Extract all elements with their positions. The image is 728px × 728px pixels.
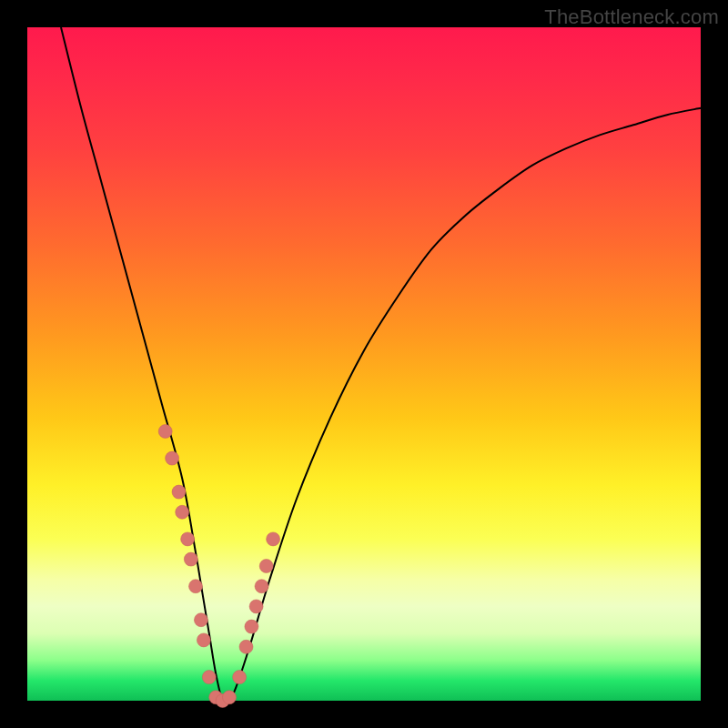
highlight-dot [194, 613, 207, 627]
highlight-dot [181, 532, 195, 546]
highlight-dot [245, 620, 258, 633]
highlight-dot [202, 671, 216, 684]
highlight-dot [259, 560, 273, 573]
highlight-dot [223, 691, 237, 704]
highlight-dot [249, 600, 263, 613]
highlight-dot [233, 671, 247, 684]
highlight-dot [172, 485, 186, 499]
highlight-dot [158, 425, 172, 439]
plot-area [27, 27, 701, 701]
chart-frame: TheBottleneck.com [0, 0, 728, 728]
highlight-dot [197, 633, 210, 647]
highlight-dot [189, 580, 203, 593]
highlight-dot [255, 580, 268, 593]
highlight-dot [166, 451, 179, 465]
highlight-dot [176, 505, 189, 519]
highlight-dot [239, 640, 253, 653]
highlight-dots-group [158, 425, 279, 708]
highlight-dot [184, 552, 197, 566]
watermark-text: TheBottleneck.com [544, 5, 719, 29]
chart-overlay [27, 27, 701, 701]
bottleneck-curve [61, 27, 701, 703]
highlight-dot [267, 532, 280, 546]
